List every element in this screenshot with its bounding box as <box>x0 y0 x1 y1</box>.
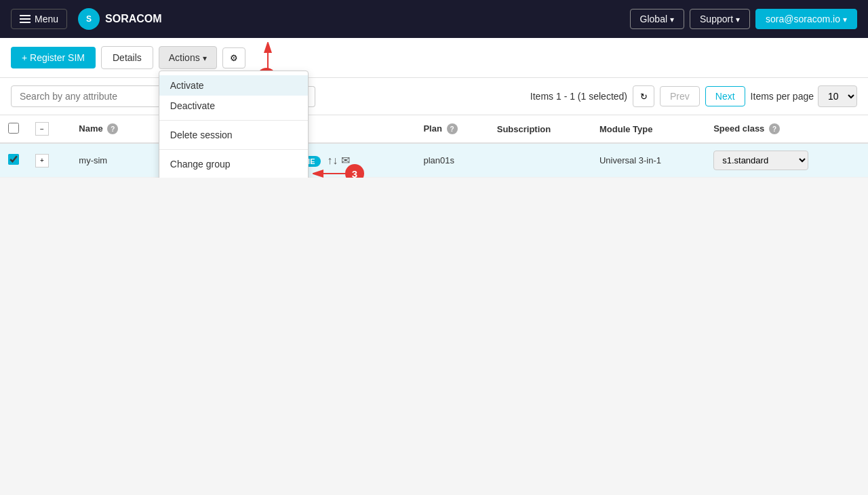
row-expand-cell: + <box>27 143 71 178</box>
support-button[interactable]: Support <box>690 9 750 29</box>
logo: S SORACOM <box>78 8 162 30</box>
items-info: Items 1 - 1 (1 selected) <box>530 91 627 102</box>
row-subscription-cell <box>489 143 591 178</box>
dropdown-item-change-speed-class[interactable]: Change speed class <box>159 174 309 178</box>
dropdown-section-1: Activate Deactivate <box>159 71 309 121</box>
actions-button[interactable]: Actions <box>159 46 217 69</box>
user-label: sora@soracom.io <box>766 14 840 24</box>
register-sim-button[interactable]: + Register SIM <box>11 47 96 68</box>
refresh-icon: ↻ <box>640 92 648 102</box>
collapse-button[interactable]: − <box>35 122 49 136</box>
toolbar: + Register SIM Details Actions Activate … <box>0 38 868 78</box>
search-bar: Any 🔍 ▾ Items 1 - 1 (1 selected) ↻ Prev … <box>0 78 868 115</box>
data-transfer-icon: ↑↓ ✉ <box>327 155 349 166</box>
items-per-page-label: Items per page <box>751 91 814 102</box>
row-checkbox-cell <box>0 143 27 178</box>
user-button[interactable]: sora@soracom.io <box>755 9 857 29</box>
col-header-plan: Plan ? <box>415 115 488 143</box>
gear-button[interactable]: ⚙ <box>222 47 245 68</box>
dropdown-item-change-group[interactable]: Change group <box>159 154 309 174</box>
next-button[interactable]: Next <box>705 86 745 106</box>
speed-class-select[interactable]: s1.standard s1.fast s1.slow <box>713 151 808 170</box>
row-speed-class-cell: s1.standard s1.fast s1.slow <box>705 143 868 178</box>
per-page-select[interactable]: 10 25 50 <box>818 85 857 107</box>
register-sim-label: + Register SIM <box>22 52 85 63</box>
table-row: + my-sim 12345678 Active ONLINE <box>0 143 868 178</box>
row-name-cell: my-sim <box>71 143 152 178</box>
support-caret-icon <box>736 14 740 24</box>
items-per-page: Items per page 10 25 50 <box>751 85 857 107</box>
col-header-checkbox <box>0 115 27 143</box>
sim-name: my-sim <box>79 155 107 165</box>
details-button[interactable]: Details <box>101 46 153 69</box>
details-label: Details <box>113 52 142 63</box>
logo-icon: S <box>78 8 100 30</box>
user-caret-icon <box>843 14 847 24</box>
speed-class-info-icon[interactable]: ? <box>769 123 780 134</box>
actions-label: Actions <box>169 52 200 63</box>
refresh-button[interactable]: ↻ <box>633 85 654 107</box>
prev-label: Prev <box>670 91 690 102</box>
prev-button[interactable]: Prev <box>660 86 700 106</box>
global-button[interactable]: Global <box>630 9 684 29</box>
row-module-type-cell: Universal 3-in-1 <box>591 143 705 178</box>
select-all-checkbox[interactable] <box>8 123 19 134</box>
dropdown-section-2: Delete session <box>159 121 309 150</box>
global-label: Global <box>640 14 667 24</box>
actions-dropdown-menu: Activate Deactivate Delete session Chang… <box>159 71 309 178</box>
actions-caret-icon <box>203 52 207 63</box>
sim-table: − Name ? Status ? ⎘ Plan ? Subscription … <box>0 115 868 178</box>
col-header-module-type: Module Type <box>591 115 705 143</box>
pagination-info: Items 1 - 1 (1 selected) ↻ Prev Next Ite… <box>530 85 857 107</box>
actions-dropdown-container: Actions Activate Deactivate Delete sessi… <box>159 46 217 69</box>
row-plan-cell: plan01s <box>415 143 488 178</box>
gear-icon: ⚙ <box>230 53 238 63</box>
dropdown-section-3: Change group Change speed class Change e… <box>159 150 309 178</box>
row-checkbox[interactable] <box>8 154 19 165</box>
col-header-collapse: − <box>27 115 71 143</box>
col-header-subscription: Subscription <box>489 115 591 143</box>
menu-label: Menu <box>35 14 58 24</box>
module-type-value: Universal 3-in-1 <box>599 155 661 165</box>
menu-button[interactable]: Menu <box>11 9 67 29</box>
plan-info-icon[interactable]: ? <box>447 123 458 134</box>
global-caret-icon <box>670 14 674 24</box>
dropdown-item-delete-session[interactable]: Delete session <box>159 125 309 145</box>
logo-text: SORACOM <box>105 13 162 25</box>
dropdown-item-deactivate[interactable]: Deactivate <box>159 96 309 116</box>
sim-table-container: − Name ? Status ? ⎘ Plan ? Subscription … <box>0 115 868 178</box>
col-header-speed-class: Speed class ? <box>705 115 868 143</box>
dropdown-item-activate[interactable]: Activate <box>159 75 309 96</box>
plan-value: plan01s <box>423 155 454 165</box>
row-expand-button[interactable]: + <box>35 154 49 167</box>
name-info-icon[interactable]: ? <box>107 123 118 134</box>
col-header-name: Name ? <box>71 115 152 143</box>
support-label: Support <box>700 14 733 24</box>
menu-icon <box>20 15 31 23</box>
next-label: Next <box>715 91 735 102</box>
